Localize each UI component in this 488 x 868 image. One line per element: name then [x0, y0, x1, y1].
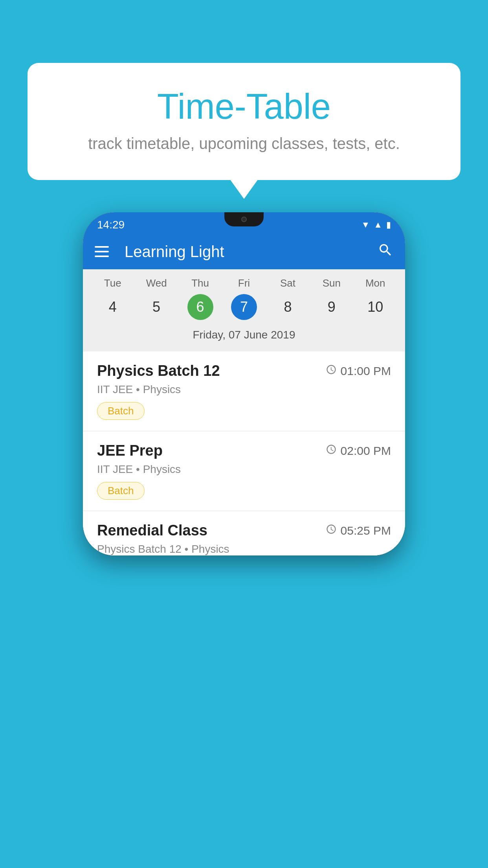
selected-date-label: Friday, 07 June 2019 — [83, 324, 405, 348]
day-column[interactable]: Tue4 — [93, 277, 132, 320]
clock-icon — [326, 524, 337, 537]
clock-icon — [326, 364, 337, 378]
schedule-item-time: 01:00 PM — [326, 364, 391, 378]
hamburger-line — [95, 251, 109, 252]
day-name: Wed — [146, 277, 167, 289]
schedule-item-subtitle: Physics Batch 12 • Physics — [97, 543, 391, 555]
day-number: 9 — [319, 294, 345, 320]
phone-screen: 14:29 ▼ ▲ ▮ Learning Light — [83, 212, 405, 555]
day-column[interactable]: Sun9 — [312, 277, 351, 320]
day-name: Thu — [191, 277, 209, 289]
day-column[interactable]: Mon10 — [356, 277, 395, 320]
schedule-item-title: Remedial Class — [97, 522, 207, 539]
schedule-item-subtitle: IIT JEE • Physics — [97, 463, 391, 476]
bubble-title: Time-Table — [47, 86, 441, 127]
days-row: Tue4Wed5Thu6Fri7Sat8Sun9Mon10 — [83, 277, 405, 320]
day-number: 7 — [231, 294, 257, 320]
batch-tag: Batch — [97, 402, 145, 420]
schedule-item[interactable]: JEE Prep02:00 PMIIT JEE • PhysicsBatch — [83, 431, 405, 511]
day-name: Sun — [323, 277, 341, 289]
schedule-item[interactable]: Physics Batch 1201:00 PMIIT JEE • Physic… — [83, 351, 405, 431]
phone-mockup: 14:29 ▼ ▲ ▮ Learning Light — [83, 212, 405, 555]
schedule-item-subtitle: IIT JEE • Physics — [97, 383, 391, 396]
status-time: 14:29 — [97, 219, 125, 231]
day-column[interactable]: Thu6 — [181, 277, 220, 320]
day-column[interactable]: Sat8 — [268, 277, 307, 320]
search-button[interactable] — [378, 242, 393, 261]
day-column[interactable]: Fri7 — [224, 277, 264, 320]
status-icons: ▼ ▲ ▮ — [361, 220, 391, 230]
schedule-item-title: Physics Batch 12 — [97, 362, 220, 379]
time-text: 05:25 PM — [341, 524, 391, 537]
schedule-item-header: Physics Batch 1201:00 PM — [97, 362, 391, 379]
day-name: Sat — [280, 277, 295, 289]
wifi-icon: ▼ — [361, 220, 370, 230]
phone-frame: 14:29 ▼ ▲ ▮ Learning Light — [83, 212, 405, 555]
schedule-item-header: Remedial Class05:25 PM — [97, 522, 391, 539]
schedule-list: Physics Batch 1201:00 PMIIT JEE • Physic… — [83, 351, 405, 555]
speech-bubble: Time-Table track timetable, upcoming cla… — [28, 63, 460, 180]
app-bar: Learning Light — [83, 234, 405, 269]
signal-icon: ▲ — [374, 220, 382, 230]
bubble-subtitle: track timetable, upcoming classes, tests… — [47, 135, 441, 153]
day-number: 4 — [100, 294, 126, 320]
day-number: 6 — [187, 294, 213, 320]
day-name: Mon — [365, 277, 385, 289]
hamburger-line — [95, 256, 109, 257]
schedule-item-time: 02:00 PM — [326, 444, 391, 458]
time-text: 02:00 PM — [341, 444, 391, 458]
day-number: 10 — [362, 294, 388, 320]
schedule-item-header: JEE Prep02:00 PM — [97, 442, 391, 459]
day-name: Fri — [238, 277, 250, 289]
schedule-item-time: 05:25 PM — [326, 524, 391, 537]
battery-icon: ▮ — [386, 220, 391, 230]
schedule-item-title: JEE Prep — [97, 442, 163, 459]
hamburger-line — [95, 246, 109, 248]
clock-icon — [326, 444, 337, 458]
hamburger-menu-button[interactable] — [95, 246, 109, 257]
day-number: 5 — [143, 294, 169, 320]
schedule-item[interactable]: Remedial Class05:25 PMPhysics Batch 12 •… — [83, 511, 405, 555]
batch-tag: Batch — [97, 482, 145, 500]
day-column[interactable]: Wed5 — [137, 277, 176, 320]
day-name: Tue — [104, 277, 121, 289]
day-number: 8 — [275, 294, 301, 320]
calendar-strip: Tue4Wed5Thu6Fri7Sat8Sun9Mon10 Friday, 07… — [83, 269, 405, 351]
app-title: Learning Light — [125, 243, 366, 261]
time-text: 01:00 PM — [341, 364, 391, 378]
